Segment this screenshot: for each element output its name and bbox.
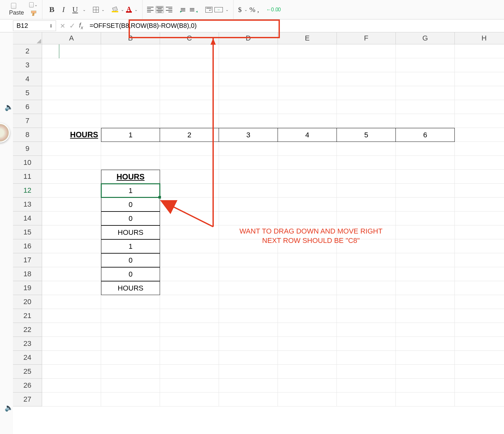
cell-C23[interactable] (160, 337, 219, 351)
fill-color-button[interactable] (112, 7, 118, 12)
cell-B15[interactable]: HOURS (101, 225, 160, 239)
font-color-button[interactable]: A (126, 7, 132, 13)
cell-E20[interactable] (278, 295, 337, 309)
cell-G15[interactable] (396, 225, 455, 239)
row-header-21[interactable]: 21 (13, 309, 42, 323)
cell-E12[interactable] (278, 184, 337, 198)
col-header-C[interactable]: C (160, 32, 219, 44)
cell-H19[interactable] (455, 281, 504, 295)
cell-B14[interactable]: 0 (101, 211, 160, 225)
cell-C18[interactable] (160, 267, 219, 281)
cell-A18[interactable] (42, 267, 101, 281)
cell-B22[interactable] (101, 323, 160, 337)
cell-D20[interactable] (219, 295, 278, 309)
cell-G11[interactable] (396, 170, 455, 184)
cell-D14[interactable] (219, 211, 278, 225)
cell-A20[interactable] (42, 295, 101, 309)
name-box-stepper[interactable]: ▲▼ (50, 24, 52, 28)
cell-D18[interactable] (219, 267, 278, 281)
select-all-corner[interactable] (13, 32, 42, 44)
cell-F2[interactable] (337, 44, 396, 58)
cell-D12[interactable] (219, 184, 278, 198)
row-header-26[interactable]: 26 (13, 379, 42, 393)
cell-F20[interactable] (337, 295, 396, 309)
cell-E21[interactable] (278, 309, 337, 323)
row-header-24[interactable]: 24 (13, 351, 42, 365)
cell-G18[interactable] (396, 267, 455, 281)
cell-G9[interactable] (396, 142, 455, 156)
cell-B8[interactable]: 1 (101, 128, 160, 142)
cell-E7[interactable] (278, 114, 337, 128)
cell-A26[interactable] (42, 379, 101, 393)
cell-C9[interactable] (160, 142, 219, 156)
cell-H25[interactable] (455, 365, 504, 379)
row-header-6[interactable]: 6 (13, 100, 42, 114)
cell-B10[interactable] (101, 156, 160, 170)
cell-E6[interactable] (278, 100, 337, 114)
cell-G20[interactable] (396, 295, 455, 309)
cell-F27[interactable] (337, 393, 396, 406)
cell-A2[interactable] (42, 44, 101, 58)
cell-G19[interactable] (396, 281, 455, 295)
cell-C11[interactable] (160, 170, 219, 184)
cell-B21[interactable] (101, 309, 160, 323)
row-header-12[interactable]: 12 (13, 184, 42, 198)
cell-C22[interactable] (160, 323, 219, 337)
cell-A7[interactable] (42, 114, 101, 128)
cell-H14[interactable] (455, 211, 504, 225)
cell-F19[interactable] (337, 281, 396, 295)
row-header-15[interactable]: 15 (13, 225, 42, 239)
cell-G2[interactable] (396, 44, 455, 58)
cell-A8[interactable]: HOURS (42, 128, 101, 142)
cell-H27[interactable] (455, 393, 504, 406)
cell-G6[interactable] (396, 100, 455, 114)
cell-B19[interactable]: HOURS (101, 281, 160, 295)
cell-H17[interactable] (455, 253, 504, 267)
cell-G12[interactable] (396, 184, 455, 198)
cell-H24[interactable] (455, 351, 504, 365)
cell-C14[interactable] (160, 211, 219, 225)
cell-C19[interactable] (160, 281, 219, 295)
row-header-7[interactable]: 7 (13, 114, 42, 128)
cell-D19[interactable] (219, 281, 278, 295)
cell-B16[interactable]: 1 (101, 239, 160, 253)
increase-decimal-button[interactable]: ←0.00 (266, 7, 281, 13)
cell-F23[interactable] (337, 337, 396, 351)
cell-B2[interactable] (101, 44, 160, 58)
cell-D8[interactable]: 3 (219, 128, 278, 142)
cell-E3[interactable] (278, 58, 337, 72)
cell-F17[interactable] (337, 253, 396, 267)
align-center-button[interactable] (155, 6, 164, 13)
row-header-13[interactable]: 13 (13, 198, 42, 211)
cell-C4[interactable] (160, 72, 219, 86)
cell-H9[interactable] (455, 142, 504, 156)
cell-A14[interactable] (42, 211, 101, 225)
cell-H23[interactable] (455, 337, 504, 351)
cell-A22[interactable] (42, 323, 101, 337)
cell-D25[interactable] (219, 365, 278, 379)
cell-E25[interactable] (278, 365, 337, 379)
cell-G4[interactable] (396, 72, 455, 86)
percent-button[interactable]: % (249, 6, 255, 14)
cell-E9[interactable] (278, 142, 337, 156)
paste-menu-button[interactable]: ⌄ (29, 2, 38, 7)
col-header-B[interactable]: B (101, 32, 160, 44)
cell-E24[interactable] (278, 351, 337, 365)
cell-B27[interactable] (101, 393, 160, 406)
cell-C27[interactable] (160, 393, 219, 406)
cell-D24[interactable] (219, 351, 278, 365)
cell-F22[interactable] (337, 323, 396, 337)
cell-B18[interactable]: 0 (101, 267, 160, 281)
cell-G25[interactable] (396, 365, 455, 379)
cell-C8[interactable]: 2 (160, 128, 219, 142)
name-box[interactable]: B12 ▲▼ (13, 20, 56, 31)
cell-D11[interactable] (219, 170, 278, 184)
formula-input[interactable] (87, 20, 504, 31)
accept-formula-button[interactable]: ✓ (69, 22, 75, 30)
cell-G7[interactable] (396, 114, 455, 128)
cell-D3[interactable] (219, 58, 278, 72)
cell-G26[interactable] (396, 379, 455, 393)
cell-B3[interactable] (101, 58, 160, 72)
row-header-19[interactable]: 19 (13, 281, 42, 295)
row-header-9[interactable]: 9 (13, 142, 42, 156)
